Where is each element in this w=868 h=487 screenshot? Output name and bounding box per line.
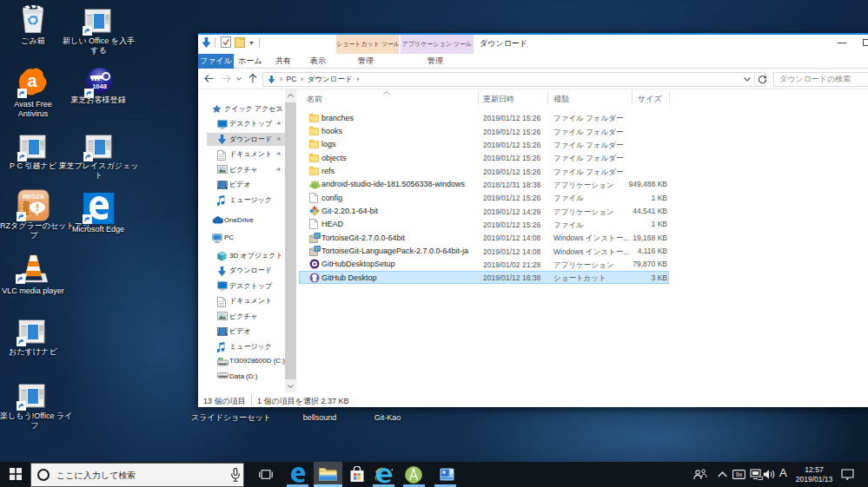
svg-text:!: !	[36, 202, 39, 213]
svg-text:a: a	[27, 71, 37, 90]
svg-text:1048: 1048	[92, 82, 107, 90]
svg-text:9x: 9x	[736, 471, 743, 477]
svg-text:REGZA: REGZA	[23, 194, 44, 200]
